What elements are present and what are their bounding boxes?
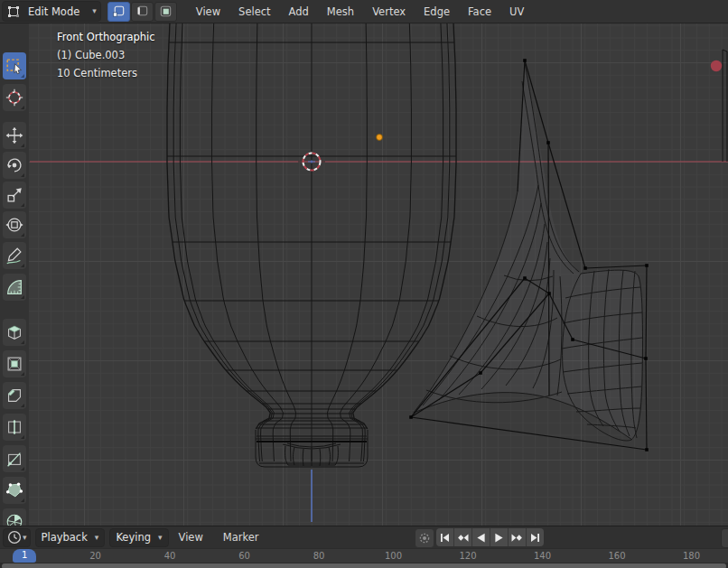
menu-face[interactable]: Face — [459, 3, 500, 21]
previous-keyframe-icon — [456, 531, 470, 545]
annotate-icon — [5, 246, 24, 265]
bevel-icon — [5, 386, 24, 405]
ruler-tick-140: 140 — [529, 551, 556, 561]
viewport-overlay: Front Orthographic (1) Cube.003 10 Centi… — [57, 28, 155, 82]
poly-build-icon — [5, 480, 24, 500]
loop-cut-icon — [5, 417, 24, 437]
chevron-down-icon: ▾ — [23, 534, 27, 542]
cursor-icon — [5, 88, 24, 107]
menu-uv[interactable]: UV — [500, 3, 533, 21]
blender-window: Front Orthographic (1) Cube.003 10 Centi… — [0, 0, 728, 568]
keying-dropdown[interactable]: Keying ▾ — [109, 528, 168, 547]
ruler-tick-180: 180 — [678, 551, 705, 561]
ruler-tick-40: 40 — [156, 551, 183, 561]
move-icon — [5, 126, 24, 145]
tool-cursor[interactable] — [3, 84, 26, 111]
tool-scale[interactable] — [3, 182, 26, 209]
tool-move[interactable] — [3, 122, 26, 149]
tool-rotate[interactable] — [3, 152, 26, 179]
menu-view[interactable]: View — [187, 3, 229, 21]
ruler-tick-80: 80 — [305, 551, 332, 561]
editor-type-button[interactable]: ▾ — [3, 528, 31, 547]
record-button[interactable] — [415, 528, 434, 548]
menu-vertex[interactable]: Vertex — [363, 3, 415, 21]
header-menus: ViewSelectAddMeshVertexEdgeFaceUV — [187, 3, 534, 21]
ruler-tick-60: 60 — [231, 551, 258, 561]
current-frame-indicator[interactable]: 1 — [13, 549, 36, 563]
tool-loop-cut[interactable] — [3, 414, 26, 441]
timeline-ruler[interactable]: 1 20406080100120140160180 — [0, 548, 728, 563]
next-keyframe-icon — [510, 531, 524, 545]
next-keyframe-button[interactable] — [509, 528, 527, 546]
timeline-scrollbar[interactable] — [0, 563, 728, 568]
scale-label: 10 Centimeters — [57, 64, 155, 82]
previous-keyframe-button[interactable] — [454, 528, 472, 546]
tool-poly-build[interactable] — [3, 477, 26, 504]
playback-dropdown[interactable]: Playback ▾ — [35, 528, 106, 547]
jump-to-start-icon — [438, 531, 452, 545]
view-name-label: Front Orthographic — [57, 28, 155, 46]
select-box-icon — [5, 56, 24, 76]
tool-bevel[interactable] — [3, 382, 26, 409]
play-reverse-button[interactable] — [472, 528, 490, 546]
select-mode-buttons — [107, 2, 178, 22]
play-reverse-icon — [474, 531, 488, 545]
edge-select-icon — [135, 4, 150, 19]
menu-select[interactable]: Select — [229, 3, 279, 21]
jump-to-end-button[interactable] — [527, 528, 544, 546]
edge-select-mode-button[interactable] — [131, 2, 154, 22]
chevron-down-icon: ▾ — [158, 534, 163, 542]
viewport-grid — [29, 23, 728, 526]
jump-to-end-icon — [528, 531, 542, 545]
tool-select-box[interactable] — [3, 52, 26, 79]
rotate-icon — [5, 155, 24, 175]
measure-icon — [5, 277, 24, 297]
transport-controls — [436, 528, 544, 546]
mode-selector-dropdown[interactable]: Edit Mode ▾ — [2, 1, 101, 22]
extrude-region-icon — [5, 322, 24, 342]
playback-label: Playback — [42, 531, 88, 544]
face-select-mode-button[interactable] — [154, 2, 177, 22]
clock-icon — [6, 529, 23, 545]
play-forward-button[interactable] — [490, 528, 509, 546]
timeline-header: ▾ Playback ▾ Keying ▾ View Marker — [0, 526, 728, 548]
ruler-tick-20: 20 — [82, 551, 109, 561]
viewport-3d[interactable]: Front Orthographic (1) Cube.003 10 Centi… — [0, 23, 728, 526]
menu-mesh[interactable]: Mesh — [318, 3, 363, 21]
ruler-tick-100: 100 — [380, 551, 407, 561]
scrollbar-thumb[interactable] — [2, 563, 726, 568]
vertex-select-icon — [111, 4, 126, 19]
timeline-editor: ▾ Playback ▾ Keying ▾ View Marker 1 2040… — [0, 526, 728, 568]
menu-add[interactable]: Add — [280, 3, 318, 21]
transform-icon — [5, 215, 24, 235]
ruler-tick-120: 120 — [454, 551, 481, 561]
menu-marker[interactable]: Marker — [213, 531, 269, 544]
mode-selector-label: Edit Mode — [28, 5, 79, 18]
menu-edge[interactable]: Edge — [415, 3, 459, 21]
tool-inset-faces[interactable] — [3, 350, 26, 377]
knife-icon — [5, 449, 24, 469]
header-bar: Edit Mode ▾ ViewSelectAddMeshVertexEdgeF… — [0, 0, 728, 23]
menu-view[interactable]: View — [169, 531, 213, 544]
chevron-down-icon: ▾ — [92, 7, 97, 15]
play-forward-icon — [492, 531, 506, 545]
keying-label: Keying — [116, 531, 151, 544]
tool-shelf — [0, 23, 29, 526]
inset-faces-icon — [5, 354, 24, 374]
tool-transform[interactable] — [3, 211, 26, 238]
clipped-edge-button[interactable] — [721, 528, 728, 548]
tool-knife[interactable] — [3, 445, 26, 472]
record-icon — [418, 532, 431, 545]
tool-annotate[interactable] — [3, 242, 26, 269]
tool-extrude-region[interactable] — [3, 319, 26, 346]
ruler-tick-160: 160 — [603, 551, 630, 561]
tool-measure[interactable] — [3, 274, 26, 301]
object-info-label: (1) Cube.003 — [57, 46, 155, 64]
vertex-select-mode-button[interactable] — [107, 2, 130, 22]
chevron-down-icon: ▾ — [95, 534, 99, 542]
jump-to-start-button[interactable] — [436, 528, 454, 546]
edit-mode-icon — [6, 4, 23, 20]
scale-icon — [5, 185, 24, 205]
face-select-icon — [158, 4, 173, 19]
